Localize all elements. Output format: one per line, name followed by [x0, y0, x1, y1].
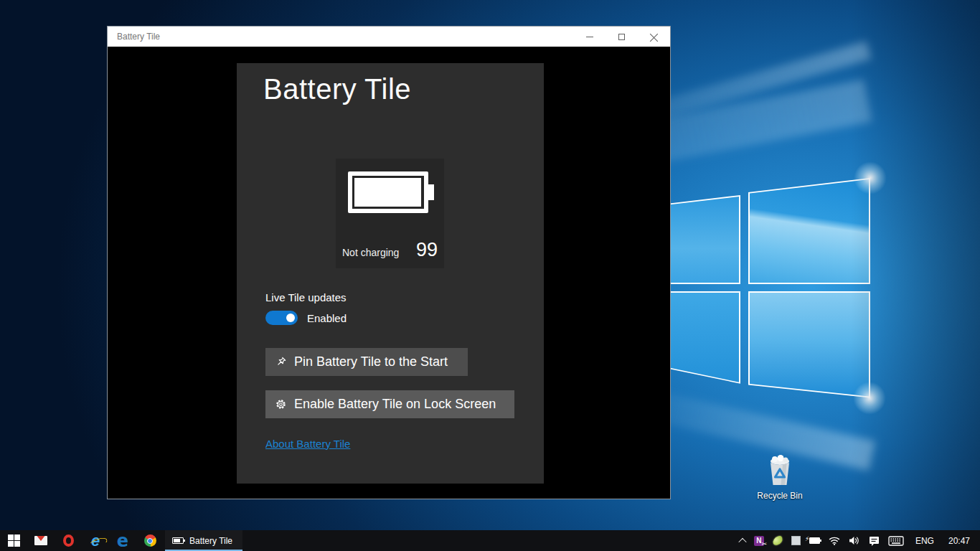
scissors-icon: ✂	[761, 540, 767, 549]
close-icon	[650, 32, 659, 41]
battery-tile-preview: Not charging 99	[336, 159, 444, 268]
chrome-icon	[144, 534, 156, 547]
tray-network[interactable]	[824, 530, 844, 551]
tray-battery[interactable]: ⚡	[805, 530, 824, 551]
opera-icon	[63, 534, 74, 547]
recycle-bin[interactable]: Recycle Bin	[753, 455, 806, 501]
taskbar-opera-button[interactable]	[55, 530, 82, 551]
tray-touch-keyboard[interactable]	[884, 530, 908, 551]
desktop: Recycle Bin Battery Tile Battery Tile No…	[0, 0, 980, 551]
page-title: Battery Tile	[263, 73, 411, 105]
taskbar-battery-tile-button[interactable]: Battery Tile	[165, 530, 242, 551]
toggle-state-label: Enabled	[307, 312, 347, 324]
tray-volume[interactable]	[844, 530, 864, 551]
live-tile-toggle[interactable]	[265, 311, 298, 325]
window-titlebar[interactable]: Battery Tile	[108, 27, 670, 47]
leaf-icon	[772, 535, 784, 546]
battery-icon	[348, 171, 428, 213]
hidden-icons-button[interactable]	[735, 530, 750, 551]
wallpaper-logo-pane-top-left	[664, 195, 740, 284]
recycle-bin-icon	[765, 455, 794, 486]
about-link[interactable]: About Battery Tile	[265, 438, 350, 450]
battery-level-fill	[354, 178, 421, 207]
language-indicator[interactable]: ENG	[908, 536, 941, 546]
minimize-button[interactable]	[573, 27, 606, 47]
taskbar-clock[interactable]: 20:47	[941, 536, 980, 546]
nimbus-capture-icon: N✂	[754, 536, 764, 546]
minimize-icon	[586, 37, 593, 37]
windows-start-icon	[8, 534, 20, 547]
window-title: Battery Tile	[108, 32, 573, 42]
pin-icon	[274, 355, 288, 369]
pin-button-label: Pin Battery Tile to the Start	[294, 354, 448, 369]
wallpaper-logo-pane-bottom-left	[664, 291, 740, 385]
taskbar-chrome-button[interactable]	[136, 530, 164, 551]
battery-percent: 99	[416, 239, 438, 261]
tray-feedback[interactable]	[864, 530, 884, 551]
gear-icon	[274, 397, 288, 411]
tray-leaf-app[interactable]	[768, 530, 787, 551]
battery-plugged-icon: ⚡	[809, 537, 820, 544]
taskbar-app-label: Battery Tile	[189, 536, 232, 546]
internet-explorer-icon: e	[91, 534, 100, 548]
recycle-bin-label: Recycle Bin	[753, 491, 806, 501]
battery-tile-app-icon	[172, 537, 184, 544]
maximize-button[interactable]	[606, 27, 638, 47]
battery-tile-window: Battery Tile Battery Tile Not charging 9…	[107, 26, 671, 499]
app-content-panel: Battery Tile Not charging 99 Live Tile u…	[237, 63, 544, 484]
taskbar-mail-button[interactable]	[27, 530, 55, 551]
tray-nimbus-capture[interactable]: N✂	[750, 530, 768, 551]
volume-icon	[849, 536, 860, 545]
touch-keyboard-icon	[888, 536, 904, 546]
window-square-icon	[791, 536, 801, 545]
chevron-up-icon	[738, 537, 746, 545]
battery-status-text: Not charging	[342, 247, 399, 258]
lock-button-label: Enable Battery Tile on Lock Screen	[294, 397, 496, 412]
edge-icon: e	[117, 534, 128, 548]
battery-nub	[428, 184, 434, 200]
start-button[interactable]	[0, 530, 27, 551]
pin-to-start-button[interactable]: Pin Battery Tile to the Start	[265, 348, 468, 376]
close-button[interactable]	[638, 27, 670, 47]
feedback-chat-icon	[869, 536, 880, 546]
wifi-icon	[829, 536, 840, 545]
maximize-icon	[618, 34, 625, 40]
taskbar: e e Battery Tile N✂ ⚡	[0, 530, 980, 551]
taskbar-edge-button[interactable]: e	[109, 530, 136, 551]
live-tile-updates-label: Live Tile updates	[265, 291, 347, 303]
tray-window-app[interactable]	[787, 530, 805, 551]
taskbar-internet-explorer-button[interactable]: e	[82, 530, 109, 551]
enable-on-lock-screen-button[interactable]: Enable Battery Tile on Lock Screen	[265, 390, 514, 418]
toggle-knob	[286, 314, 295, 322]
mail-icon	[34, 536, 47, 545]
wallpaper-shade	[851, 0, 980, 551]
